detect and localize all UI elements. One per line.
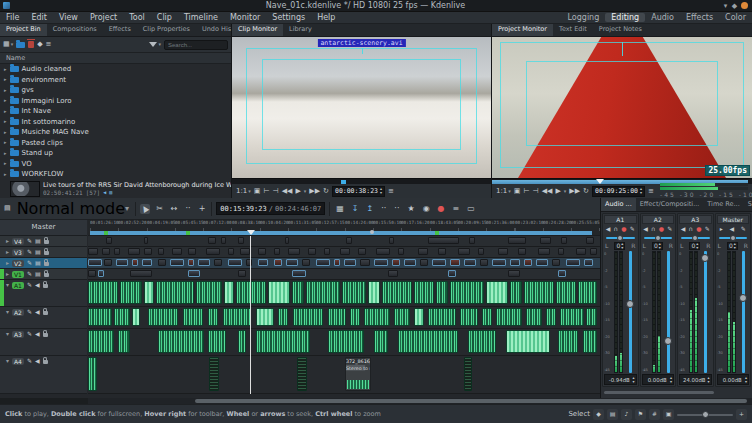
timeline-clip[interactable] xyxy=(508,237,526,244)
timeline-clip[interactable] xyxy=(142,259,152,266)
timeline-clip[interactable] xyxy=(214,259,222,266)
window-shade-icon[interactable]: ▾ xyxy=(721,2,730,10)
spin-down-icon[interactable]: ▾ xyxy=(632,380,634,384)
timeline-clip[interactable] xyxy=(414,308,424,326)
clip-monitor-menu-button[interactable]: ≡ xyxy=(388,188,394,195)
guide-marker[interactable] xyxy=(435,231,439,235)
spacer-tool-button[interactable]: ↔ xyxy=(169,204,180,214)
timeline-clip[interactable] xyxy=(238,237,244,244)
timeline-clip[interactable] xyxy=(208,237,216,244)
timeline-clip[interactable] xyxy=(285,237,289,244)
clip-monitor-zoom-select[interactable]: 1:1▾ xyxy=(236,187,251,195)
razor-tool-button[interactable]: ✂ xyxy=(154,204,165,214)
timeline-clip[interactable] xyxy=(308,248,316,255)
timeline-clip[interactable] xyxy=(496,308,522,326)
track-lane-a1[interactable] xyxy=(88,280,600,307)
timeline-clip[interactable] xyxy=(578,281,597,304)
pan-spinner[interactable]: ▴▾ xyxy=(659,242,661,250)
timeline-clip[interactable] xyxy=(510,259,520,266)
tab-text-edit[interactable]: Text Edit xyxy=(553,24,593,36)
timeline-clip[interactable] xyxy=(223,308,251,326)
timeline-clip[interactable] xyxy=(510,281,522,304)
timeline-clip[interactable] xyxy=(238,270,246,277)
tab-time-re[interactable]: Time Re... xyxy=(703,198,743,211)
options-dots2-button[interactable]: ·· xyxy=(392,204,401,214)
timeline-clip[interactable] xyxy=(188,248,196,255)
mute-button-speaker-icon[interactable]: ◀ xyxy=(729,226,734,232)
tree-expander-icon[interactable]: ▸ xyxy=(4,88,7,93)
track-name-badge[interactable]: A1 xyxy=(12,282,24,289)
timeline-clip[interactable] xyxy=(586,237,594,244)
timeline-clip[interactable] xyxy=(558,270,566,277)
chevron-down-icon[interactable]: ▾ xyxy=(6,331,9,337)
workspace-logging[interactable]: Logging xyxy=(562,13,606,22)
mixed-streams-button[interactable]: ▦ xyxy=(334,204,346,214)
favorite-effects-button[interactable]: ★ xyxy=(405,204,416,214)
chevron-down-icon[interactable]: ▾ xyxy=(6,282,9,288)
timeline-clip[interactable] xyxy=(492,259,506,266)
clip-monitor-seekbar[interactable] xyxy=(232,178,491,184)
timeline-clip[interactable] xyxy=(132,308,140,326)
record-arm-icon[interactable]: ● xyxy=(696,226,701,232)
track-name-badge[interactable]: V1 xyxy=(12,271,24,278)
bin-name-column-header[interactable]: Name xyxy=(0,53,231,64)
tab-project-monitor[interactable]: Project Monitor xyxy=(492,24,553,36)
clip-monitor-play-button[interactable]: ▶ xyxy=(295,188,300,195)
timeline-clip[interactable] xyxy=(350,308,360,326)
timeline-clip[interactable] xyxy=(170,259,184,266)
more-tools-icon[interactable]: ·· xyxy=(186,205,191,213)
more-tools-button[interactable]: ·· xyxy=(184,204,193,214)
workspace-effects[interactable]: Effects xyxy=(680,13,719,22)
timeline-clip[interactable] xyxy=(278,308,288,326)
pan-slider-knob[interactable] xyxy=(655,235,661,241)
mute-button-speaker-icon[interactable]: ◀ xyxy=(606,226,611,232)
timeline-clip[interactable] xyxy=(328,308,346,326)
spin-down-icon[interactable]: ▾ xyxy=(640,191,642,195)
tab-undo-history[interactable]: Undo History xyxy=(196,24,231,36)
timeline-clip[interactable] xyxy=(558,330,578,353)
timeline-clip[interactable] xyxy=(198,259,210,266)
timeline-clip[interactable] xyxy=(428,308,456,326)
has-audio-icon[interactable]: ◀ xyxy=(103,190,106,195)
effects-pen-icon[interactable]: ✎ xyxy=(630,226,635,232)
timeline-clip[interactable] xyxy=(428,237,459,244)
track-name-badge[interactable]: V2 xyxy=(12,260,24,267)
timeline-clip[interactable] xyxy=(118,330,130,353)
tab-library[interactable]: Library xyxy=(283,24,318,36)
track-header-v1[interactable]: ▸V1✎▤ xyxy=(0,269,87,280)
timeline-clip[interactable] xyxy=(392,259,400,266)
clip-monitor-loop-button[interactable]: ↻ xyxy=(323,188,329,195)
mute-button-speaker-icon[interactable]: ◀ xyxy=(681,226,686,232)
bin-search-input[interactable] xyxy=(164,40,228,50)
chevron-down-icon[interactable]: ▾ xyxy=(248,189,251,194)
timeline-clip[interactable] xyxy=(334,259,340,266)
lock-icon[interactable] xyxy=(44,251,49,255)
effects-pen-icon[interactable]: ✎ xyxy=(27,331,32,337)
timeline-clip[interactable] xyxy=(88,281,118,304)
menu-project[interactable]: Project xyxy=(84,13,123,22)
select-tool-button[interactable]: ▲ xyxy=(140,204,150,214)
clip-monitor-play-menu-icon[interactable]: ▾ xyxy=(304,189,307,194)
timeline-clip[interactable] xyxy=(144,281,154,304)
fader-knob[interactable] xyxy=(664,337,672,345)
timeline-clip[interactable] xyxy=(566,259,580,266)
bin-folder-row[interactable]: ▸environment xyxy=(0,75,231,86)
effects-pen-icon[interactable]: ✎ xyxy=(705,226,710,232)
track-name-badge[interactable]: A4 xyxy=(12,358,24,365)
track-header-a2[interactable]: ▾A2✎◀ xyxy=(0,307,87,329)
pan-slider-knob[interactable] xyxy=(692,235,698,241)
chevron-right-icon[interactable]: ▸ xyxy=(6,249,9,255)
filter-button[interactable]: ▾ xyxy=(149,42,161,47)
spin-down-icon[interactable]: ▾ xyxy=(621,246,623,250)
bin-folder-row[interactable]: ▸Pasted clips xyxy=(0,138,231,149)
gain-spinbox[interactable]: 0.00dB▴▾ xyxy=(717,374,750,385)
timeline-clip[interactable] xyxy=(560,308,584,326)
timeline-clip[interactable] xyxy=(88,248,98,255)
tree-expander-icon[interactable]: ▸ xyxy=(4,140,7,145)
timeline-clip[interactable] xyxy=(188,270,200,277)
timeline-clip[interactable] xyxy=(389,237,394,244)
timeline-clip[interactable] xyxy=(450,259,460,266)
timeline-clip[interactable] xyxy=(297,357,307,391)
bin-folder-row[interactable]: ▸Musiche MAG Nave xyxy=(0,127,231,138)
timeline-clip[interactable] xyxy=(538,248,550,255)
